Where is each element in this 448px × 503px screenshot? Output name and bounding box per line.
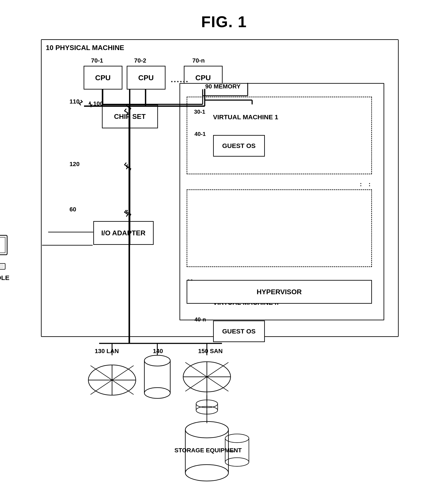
svg-line-37 — [91, 366, 134, 395]
svg-point-39 — [144, 355, 170, 366]
san-label: 150 SAN — [198, 348, 223, 355]
cpu1-ref-label: 70-1 — [91, 57, 103, 64]
svg-line-47 — [185, 362, 228, 391]
vmn-box: 30-n VIRTUAL MACHINE n 40-n GUEST OS — [187, 189, 372, 267]
svg-point-43 — [183, 362, 231, 392]
svg-point-59 — [225, 458, 249, 466]
vm1-box: 30-1 VIRTUAL MACHINE 1 40-1 GUEST OS — [187, 97, 372, 174]
cpu2-ref-label: 70-2 — [134, 57, 146, 64]
svg-point-54 — [185, 421, 228, 438]
vm-separator: : : — [360, 181, 371, 188]
io-ref-label: 60 — [70, 206, 76, 213]
guest-osn-label: 40-n — [195, 316, 206, 323]
console-label: CONSOLE — [0, 274, 11, 282]
svg-point-58 — [225, 434, 249, 443]
io-adapter-box: I/O ADAPTER — [93, 221, 154, 245]
cpu2-box: CPU — [127, 66, 165, 89]
memory-label: 90 MEMORY — [205, 83, 241, 90]
cpu1-box: CPU — [84, 66, 122, 89]
console-icon — [0, 233, 11, 272]
page-title: FIG. 1 — [0, 0, 448, 39]
memory-box: 30-1 VIRTUAL MACHINE 1 40-1 GUEST OS : :… — [179, 83, 384, 320]
vm1-num-label: 30-1 — [194, 108, 205, 115]
hypervisor-box: HYPERVISOR — [187, 280, 372, 304]
storage-label: STORAGE EQUIPMENT — [175, 447, 242, 454]
physical-machine-box: 10 PHYSICAL MACHINE 70-1 70-2 70-n CPU C… — [41, 39, 399, 337]
physical-machine-label: 10 PHYSICAL MACHINE — [46, 44, 124, 52]
guest-os1-box: GUEST OS — [213, 135, 265, 157]
bus-120-label: 120 — [70, 161, 80, 168]
vm1-title: VIRTUAL MACHINE 1 — [213, 114, 278, 121]
cpun-ref-label: 70-n — [192, 57, 205, 64]
guest-osn-box: GUEST OS — [213, 320, 265, 342]
svg-line-38 — [91, 366, 134, 395]
svg-line-46 — [185, 362, 228, 391]
chipset-box: CHIP SET — [102, 105, 158, 128]
console-group: CONSOLE — [0, 233, 11, 282]
svg-rect-13 — [0, 237, 5, 253]
svg-point-50 — [196, 406, 218, 414]
bus-110-label: 110 — [70, 98, 80, 105]
svg-point-40 — [144, 388, 170, 398]
guest-os1-label: 40-1 — [195, 131, 206, 137]
svg-rect-17 — [0, 265, 3, 268]
lan-label: 130 LAN — [95, 348, 119, 355]
svg-point-55 — [185, 465, 228, 481]
svg-point-34 — [88, 365, 136, 395]
disk-label: 140 — [153, 348, 163, 355]
cpu-dots-horizontal: ...... — [171, 75, 189, 84]
svg-point-49 — [196, 400, 218, 408]
svg-rect-12 — [0, 235, 7, 255]
